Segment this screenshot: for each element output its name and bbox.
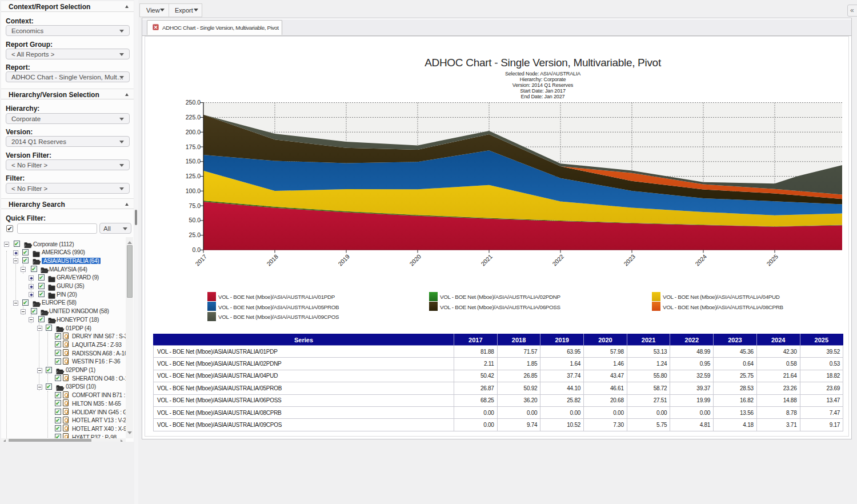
svg-text:0.0: 0.0 <box>192 246 201 253</box>
svg-text:250.0: 250.0 <box>186 99 201 106</box>
svg-text:2023: 2023 <box>622 253 636 267</box>
svg-text:100.0: 100.0 <box>186 187 201 194</box>
svg-text:2024: 2024 <box>694 253 708 267</box>
svg-text:50.0: 50.0 <box>189 217 201 223</box>
svg-text:2017: 2017 <box>194 253 208 267</box>
svg-text:125.0: 125.0 <box>186 173 201 179</box>
svg-text:2019: 2019 <box>337 253 351 267</box>
svg-text:2018: 2018 <box>265 253 279 267</box>
svg-text:200.0: 200.0 <box>186 129 201 135</box>
svg-text:75.0: 75.0 <box>189 202 201 209</box>
svg-text:150.0: 150.0 <box>186 158 201 165</box>
svg-text:2025: 2025 <box>765 253 779 267</box>
svg-text:2022: 2022 <box>551 253 565 267</box>
svg-text:225.0: 225.0 <box>186 114 201 121</box>
svg-text:2021: 2021 <box>479 253 494 267</box>
svg-text:25.0: 25.0 <box>189 231 201 238</box>
svg-text:2020: 2020 <box>408 253 422 267</box>
svg-text:175.0: 175.0 <box>186 143 201 150</box>
